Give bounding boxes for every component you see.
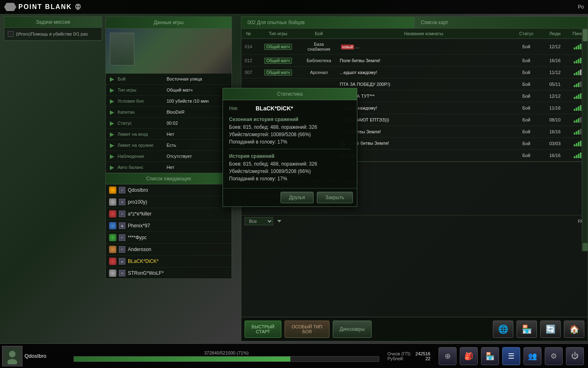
table-row[interactable]: 014 Общий матч База снабжения новый ... …: [241, 39, 588, 55]
rank-icon-red: [109, 258, 116, 265]
stats-history-title: История сражений: [229, 153, 351, 159]
bottom-icon-community[interactable]: 👥: [523, 347, 541, 365]
status-value: 00:02: [167, 121, 178, 126]
mission-panel: Задачи миссии (Итого)Помощь в убийстве 0…: [4, 16, 102, 41]
arrow-icon: ▶: [110, 98, 114, 104]
signal-bar: [576, 46, 577, 49]
stats-history-line3: Попаданий в голову: 17%: [229, 176, 351, 182]
stats-content: Ник BLaCK*DiCK* Сезонная история сражени…: [223, 100, 357, 188]
stats-seasonal-line1: Боев: 815, побед: 488, поражений: 326: [229, 124, 351, 130]
signal-bar: [574, 132, 575, 135]
battle-value: Восточная улица: [167, 76, 202, 81]
bottom-icon-room-list[interactable]: ☰: [502, 347, 520, 365]
room-status: Бой: [510, 140, 543, 147]
auto-balance-row: ▶ Авто баланс Нет: [106, 162, 232, 173]
refresh-icon-button[interactable]: 🔄: [540, 321, 561, 338]
arrow-icon: ▶: [110, 131, 114, 137]
table-row[interactable]: 007 Общий матч Арсенал ...едшот каждому!…: [241, 67, 588, 79]
exp-area: 372840/521000 (71%): [65, 350, 388, 362]
signal-bar: [576, 72, 577, 75]
stats-close-button[interactable]: Закрыть: [317, 192, 353, 203]
rank-icon-blue: [109, 222, 116, 229]
room-status: Бой: [510, 117, 543, 123]
room-name: ПТА ЗА ПОБЕДУ 200Р.!): [337, 81, 510, 88]
signal-bar: [580, 81, 581, 87]
home-icon-button[interactable]: 🏠: [564, 321, 584, 338]
status-label: Статус: [118, 121, 167, 126]
room-map: База снабжения: [301, 41, 337, 52]
gp-label: Очков (ГП):: [388, 351, 412, 356]
room-number: 014: [241, 43, 256, 50]
waiting-item: ≡ Andersson: [106, 244, 232, 256]
avatar-image: [4, 348, 20, 364]
conditions-value: 100 убийств /10 мин: [167, 99, 209, 103]
clan-icon: ≡: [119, 234, 125, 241]
rubles-value: 22: [425, 356, 430, 361]
room-people: 11/12: [543, 69, 567, 76]
special-type-button[interactable]: ОСОБЫЙ ТИП БОЯ: [285, 321, 329, 338]
room-status: Бой: [510, 152, 543, 159]
chat-filter-dropdown[interactable]: Все: [245, 217, 273, 225]
signal-bar: [580, 70, 581, 75]
bottom-icon-target[interactable]: ⊕: [439, 347, 457, 365]
user-display: Po: [578, 4, 584, 10]
globe-icon-button[interactable]: 🌐: [493, 321, 513, 338]
col-game-type: Тип игры: [256, 30, 301, 37]
table-header: № Тип игры Бой Название комнаты Статус Л…: [241, 29, 588, 39]
stats-friends-button[interactable]: Друзья: [281, 192, 314, 203]
room-name: ...едшот каждому!: [337, 105, 510, 111]
mission-panel-title: Задачи миссии: [4, 17, 102, 28]
signal-bar: [578, 106, 579, 111]
bottom-username: QdosIbro: [24, 353, 57, 359]
signal-bar: [574, 144, 575, 146]
room-number: [241, 83, 256, 85]
signal-bar: [580, 105, 581, 111]
captain-value: BlooDeR: [167, 110, 185, 114]
gp-points-row: Очков (ГП): 242516: [388, 351, 430, 356]
stats-seasonal-title: Сезонная история сражений: [229, 117, 351, 122]
game-data-title: Данные игры: [106, 17, 232, 29]
clan-icon: ≡: [119, 187, 125, 193]
battle-label: Бой: [118, 76, 167, 81]
signal-bar: [578, 83, 579, 87]
signal-bar: [576, 60, 577, 63]
table-row[interactable]: 012 Общий матч Библиотека Поле битвы Зем…: [241, 55, 588, 67]
mission-checkbox[interactable]: [8, 31, 13, 37]
bottom-icon-power[interactable]: ⏻: [566, 347, 584, 365]
room-people: 08/10: [543, 117, 567, 123]
conditions-label: Условия боя: [118, 99, 167, 103]
game-type-label: Тип игры: [118, 88, 167, 92]
map-list-header: Список карт: [415, 17, 588, 28]
shop-icon-button[interactable]: 🏪: [517, 321, 537, 338]
arrow-icon: ▶: [110, 76, 114, 82]
quick-start-button[interactable]: БЫСТРЫЙ СТАРТ: [245, 321, 281, 338]
dinosaurs-button[interactable]: Динозавры: [333, 321, 372, 338]
signal-bar: [574, 121, 575, 123]
rank-icon-green: [109, 234, 116, 241]
signal-bar: [580, 93, 581, 99]
scrollbar[interactable]: [582, 29, 588, 251]
waiting-player-name: ****Фурс: [128, 235, 147, 240]
logo-icon: [4, 3, 16, 11]
chat-input-row: Все RU: [241, 215, 588, 227]
logo-area: POINT BLANK: [4, 3, 82, 11]
room-name: ТЦИ КАЧАЮТ ЕПТЭЗ))): [337, 117, 510, 123]
signal-bar: [578, 118, 579, 123]
bottom-icon-settings[interactable]: ⚙: [545, 347, 563, 365]
room-number: 007: [241, 69, 256, 76]
signal-bar: [576, 119, 577, 123]
weapon-limit-row: ▶ Лимит на оружие Есть: [106, 140, 232, 151]
clan-icon: ≡: [119, 211, 125, 217]
bottom-icon-inventory[interactable]: 🎒: [460, 347, 478, 365]
entry-limit-row: ▶ Лимит на вход Нет: [106, 129, 232, 140]
stats-buttons: Друзья Закрыть: [223, 188, 357, 206]
bottom-icon-shop[interactable]: 🏪: [481, 347, 499, 365]
waiting-player-name: Andersson: [128, 247, 151, 252]
battle-row: ▶ Бой Восточная улица: [106, 74, 232, 85]
stats-seasonal-line2: Убийств/смертей: 10089/5208 (66%): [229, 132, 351, 137]
app-title: POINT BLANK: [18, 3, 72, 11]
mission-text: (Итого)Помощь в убийстве 0/1 раз: [16, 31, 88, 36]
room-game-type: Общий матч: [256, 57, 301, 64]
signal-bar: [578, 45, 579, 49]
room-status: Бой: [510, 43, 543, 50]
